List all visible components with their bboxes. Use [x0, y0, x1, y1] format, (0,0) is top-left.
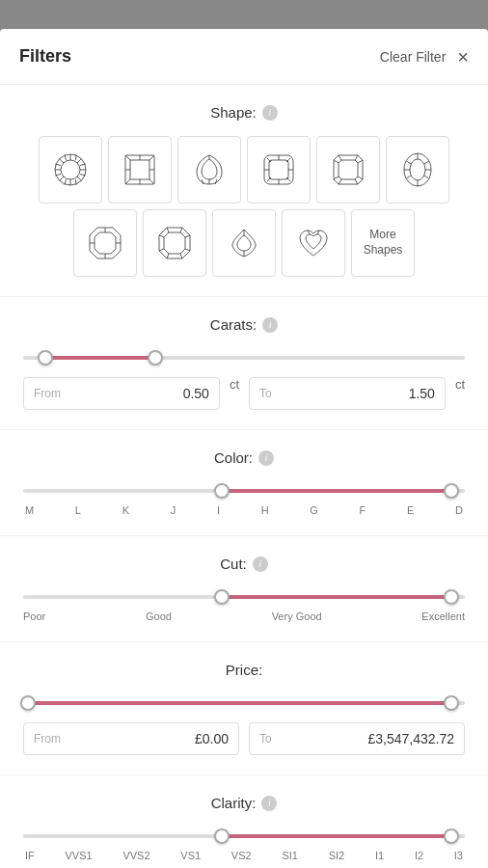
price-to-value: £3,547,432.72	[278, 731, 454, 746]
svg-line-14	[80, 164, 86, 166]
carats-slider[interactable]	[23, 348, 465, 367]
color-labels: M L K J I H G F E D	[23, 504, 465, 516]
color-section: Color: i M L K J I H G F E D	[0, 430, 488, 536]
color-track	[23, 489, 465, 493]
clarity-slider[interactable]	[23, 827, 465, 846]
shape-item-cushion[interactable]	[247, 136, 311, 203]
clear-filter-button[interactable]: Clear Filter	[380, 49, 446, 65]
svg-line-23	[149, 179, 154, 184]
price-thumb-left[interactable]	[20, 695, 36, 711]
more-shapes-label: MoreShapes	[364, 228, 403, 258]
carats-to-value: 1.50	[278, 386, 435, 401]
clarity-title: Clarity: i	[23, 795, 465, 811]
color-thumb-right[interactable]	[444, 483, 459, 499]
shape-grid: MoreShapes	[23, 136, 465, 277]
shape-item-round[interactable]	[39, 136, 102, 203]
svg-line-17	[76, 179, 77, 185]
svg-line-73	[185, 249, 190, 251]
svg-line-9	[60, 176, 64, 180]
cut-section: Cut: i Poor Good Very Good Excellent	[0, 536, 488, 642]
svg-rect-33	[269, 160, 288, 179]
shape-section: Shape: i	[0, 85, 488, 297]
carats-to-input[interactable]: To 1.50	[249, 377, 446, 410]
svg-line-21	[149, 155, 154, 160]
cut-title: Cut: i	[23, 556, 465, 572]
color-slider[interactable]	[23, 481, 465, 501]
price-thumb-right[interactable]	[444, 695, 459, 711]
shape-item-emerald[interactable]	[73, 209, 137, 277]
price-track	[23, 701, 465, 705]
shape-item-princess[interactable]	[108, 136, 172, 203]
svg-marker-43	[339, 160, 358, 179]
cut-info-icon[interactable]: i	[253, 556, 268, 572]
color-title: Color: i	[23, 449, 465, 466]
svg-line-44	[339, 155, 341, 160]
shape-item-marquise[interactable]	[212, 209, 276, 277]
svg-line-45	[355, 155, 358, 160]
svg-line-60	[407, 176, 412, 178]
color-info-icon[interactable]: i	[258, 450, 274, 466]
clarity-track	[23, 834, 465, 838]
svg-line-77	[159, 235, 164, 237]
svg-line-46	[358, 160, 363, 163]
carats-input-row: From 0.50 ct To 1.50 ct	[23, 377, 465, 410]
svg-line-8	[77, 159, 81, 163]
svg-line-49	[339, 179, 341, 184]
carats-thumb-right[interactable]	[148, 350, 163, 366]
cut-track	[23, 595, 465, 599]
carats-from-value: 0.50	[67, 386, 209, 401]
carats-section: Carats: i From 0.50 ct To 1.50 ct	[0, 297, 488, 430]
svg-line-12	[56, 164, 62, 166]
carats-from-unit: ct	[230, 377, 239, 410]
modal-title: Filters	[19, 46, 71, 67]
carats-to-unit: ct	[455, 377, 465, 410]
svg-line-72	[185, 235, 190, 237]
svg-line-58	[407, 161, 412, 164]
color-thumb-left[interactable]	[214, 483, 230, 499]
svg-line-74	[180, 254, 182, 258]
svg-line-15	[80, 175, 86, 176]
price-from-label: From	[34, 732, 61, 746]
price-section: Price: From £0.00 To £3,547,432.72	[0, 642, 488, 775]
svg-marker-42	[334, 155, 363, 184]
shape-item-asscher[interactable]	[143, 209, 206, 277]
price-to-label: To	[259, 732, 272, 746]
svg-point-53	[410, 159, 425, 180]
carats-from-input[interactable]: From 0.50	[23, 377, 220, 410]
shape-title: Shape: i	[23, 104, 465, 121]
svg-line-70	[167, 228, 169, 232]
carats-info-icon[interactable]: i	[262, 317, 278, 333]
carats-track	[23, 356, 465, 360]
svg-line-13	[56, 175, 62, 176]
svg-line-22	[125, 179, 130, 184]
cut-thumb-left[interactable]	[214, 589, 230, 605]
price-fill	[28, 701, 452, 705]
shape-item-oval[interactable]	[386, 136, 449, 203]
svg-rect-19	[130, 160, 149, 179]
cut-slider[interactable]	[23, 587, 465, 607]
svg-line-48	[355, 179, 358, 184]
clarity-fill	[222, 834, 451, 838]
cut-thumb-right[interactable]	[444, 589, 459, 605]
shape-item-radiant[interactable]	[316, 136, 380, 203]
shape-item-heart[interactable]	[282, 209, 345, 277]
close-button[interactable]: ×	[457, 47, 469, 67]
svg-line-10	[65, 155, 67, 161]
shape-info-icon[interactable]: i	[262, 105, 278, 121]
price-slider[interactable]	[23, 693, 465, 713]
carats-thumb-left[interactable]	[38, 350, 53, 366]
svg-line-31	[215, 179, 217, 184]
shape-item-more[interactable]: MoreShapes	[351, 209, 415, 277]
svg-line-75	[167, 254, 169, 258]
clarity-info-icon[interactable]: i	[261, 796, 277, 811]
price-to-input[interactable]: To £3,547,432.72	[249, 722, 465, 755]
svg-line-61	[424, 176, 429, 178]
clarity-thumb-left[interactable]	[214, 828, 230, 844]
clarity-thumb-right[interactable]	[444, 828, 459, 844]
carats-to-label: To	[259, 387, 272, 400]
svg-line-7	[77, 176, 81, 180]
price-from-input[interactable]: From £0.00	[23, 722, 239, 755]
svg-line-59	[424, 161, 429, 164]
shape-item-pear[interactable]	[177, 136, 241, 203]
price-input-row: From £0.00 To £3,547,432.72	[23, 722, 465, 755]
